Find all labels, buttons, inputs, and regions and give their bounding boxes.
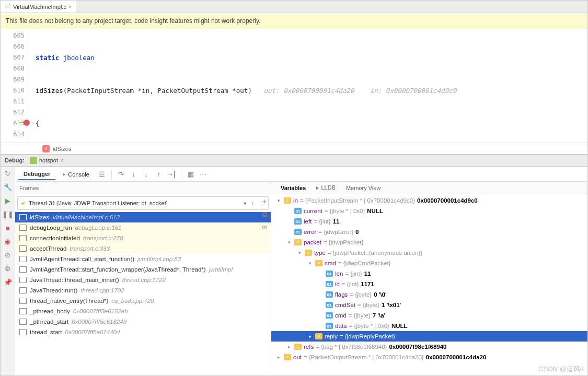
variable-row[interactable]: 01 error = {jdwpError} 0	[271, 227, 587, 237]
editor: 605606607608609610611612613614 → static …	[1, 29, 587, 143]
close-tab-icon[interactable]: ×	[68, 4, 72, 10]
link-button[interactable]: ∞	[260, 222, 269, 231]
breakpoints-button[interactable]: ◉	[4, 237, 12, 245]
expand-toggle[interactable]: ▾	[275, 198, 282, 203]
tab-variables[interactable]: Variables	[275, 185, 311, 191]
stack-frame[interactable]: connectionInitiated transport.c:270	[15, 233, 271, 243]
variable-row[interactable]: ▸≡ reply = {jdwpReplyPacket}	[271, 331, 587, 342]
expand-toggle[interactable]: ▾	[307, 261, 313, 266]
variable-row[interactable]: 01 id = {jint} 1171	[271, 279, 587, 289]
evaluate-button[interactable]: ▦	[186, 169, 196, 180]
options-button[interactable]: ⚙	[4, 264, 12, 273]
var-name: cmd	[325, 260, 336, 266]
frame-name: JavaThread::thread_main_inner()	[30, 277, 119, 283]
more-button[interactable]: ⋯	[198, 169, 209, 180]
var-value: 0x0000700001c4d9c0	[417, 197, 478, 204]
variable-row[interactable]: ▾≡ type = {jdwpPacket::(anonymous union)…	[271, 248, 587, 258]
frame-icon	[19, 287, 27, 293]
step-over-button[interactable]: ↷	[116, 169, 126, 180]
file-tab[interactable]: 📄 VirtualMachineImpl.c ×	[1, 1, 76, 13]
resume-button[interactable]: ▶	[4, 196, 12, 205]
thread-prev-button[interactable]: ↑	[250, 200, 256, 206]
rerun-button[interactable]: ↻	[4, 169, 12, 178]
frame-location: thread.cpp:1722	[122, 277, 166, 283]
variable-row[interactable]: ▾≡ in = {PacketInputStream * | 0x700001c…	[271, 195, 587, 206]
variable-row[interactable]: 01 cmdSet = {jbyte} 1 '\x01'	[271, 300, 587, 310]
run-to-cursor-button[interactable]: →ǀ	[166, 169, 177, 180]
frame-location: thread.cpp:1702	[80, 287, 124, 293]
mute-bp-button[interactable]: ⊘	[4, 251, 12, 259]
breadcrumb-fn[interactable]: idSizes	[53, 146, 71, 152]
close-config-icon[interactable]: ×	[60, 157, 63, 163]
var-type: = {jdwpError}	[318, 229, 353, 235]
variable-row[interactable]: 01 len = {jint} 11	[271, 268, 587, 279]
frame-name: idSizes	[30, 214, 49, 220]
thread-dropdown-icon[interactable]: ▾	[244, 200, 247, 207]
stack-frame[interactable]: _pthread_start 0x00007fff5e618249	[15, 316, 271, 327]
function-icon: f	[42, 145, 50, 152]
copy-button[interactable]: ⧉	[260, 210, 269, 218]
expand-toggle[interactable]: ▸	[307, 334, 313, 339]
debug-panel: ↻ 🔧 ▶ ❚❚ ■ ◉ ⊘ ⚙ 📌 Debugger ▸ Console ☰ …	[1, 167, 587, 375]
expand-toggle[interactable]: ▾	[286, 240, 292, 245]
tab-debugger[interactable]: Debugger	[18, 169, 55, 180]
stack-frame[interactable]: JvmtiAgentThread::start_function_wrapper…	[15, 264, 271, 275]
var-name: reply	[325, 333, 338, 339]
stack-frame[interactable]: JavaThread::run() thread.cpp:1702	[15, 285, 271, 296]
stop-button[interactable]: ■	[4, 224, 12, 232]
var-type-icon: 01	[294, 208, 302, 214]
pin-button[interactable]: 📌	[4, 278, 12, 286]
code-area[interactable]: static jboolean idSizes(PacketInputStrea…	[29, 29, 587, 143]
stack-frame[interactable]: JavaThread::thread_main_inner() thread.c…	[15, 275, 271, 285]
expand-toggle[interactable]: ▸	[275, 355, 282, 360]
var-type-icon: 01	[326, 323, 333, 329]
stack-frame[interactable]: thread_start 0x00007fff5e61440d	[15, 327, 271, 337]
gutter[interactable]: 605606607608609610611612613614 →	[1, 29, 29, 143]
expand-toggle[interactable]: ▾	[296, 250, 303, 255]
var-type: = {jbyte}	[349, 312, 371, 319]
var-type: = {jint}	[342, 281, 359, 287]
variable-row[interactable]: 01 current = {jbyte * | 0x0} NULL	[271, 206, 587, 216]
frames-list[interactable]: idSizes VirtualMachineImpl.c:613debugLoo…	[15, 212, 271, 375]
breakpoint-icon	[24, 120, 30, 126]
threads-button[interactable]: ☰	[97, 169, 107, 180]
var-value: NULL	[391, 323, 408, 329]
add-watch-button[interactable]: ＋	[260, 197, 269, 206]
var-type: = {jdwpPacket}	[324, 239, 363, 245]
variable-row[interactable]: ▸≡ refs = {bag * | 0x7f98e1f68940} 0x000…	[271, 342, 587, 352]
breakpoint-marker[interactable]: →	[19, 117, 30, 128]
frame-icon	[19, 319, 27, 325]
var-type-icon: 01	[326, 281, 333, 287]
variable-row[interactable]: ▸≡ out = {PacketOutputStream * | 0x70000…	[271, 352, 587, 362]
settings-button[interactable]: 🔧	[4, 183, 12, 191]
stack-frame[interactable]: idSizes VirtualMachineImpl.c:613	[15, 212, 271, 222]
stack-frame[interactable]: _pthread_body 0x00007fff5e6152eb	[15, 306, 271, 316]
debug-toolbar: Debugger ▸ Console ☰ ↷ ↓ ↓ ↑ →ǀ ▦ ⋯	[15, 167, 587, 182]
var-type-icon: 01	[294, 218, 302, 225]
stack-frame[interactable]: debugLoop_run debugLoop.c:161	[15, 222, 271, 233]
stack-frame[interactable]: JvmtiAgentThread::call_start_function() …	[15, 254, 271, 264]
frame-name: JavaThread::run()	[30, 287, 77, 293]
variable-row[interactable]: ▾≡ packet = {jdwpPacket}	[271, 237, 587, 248]
variable-row[interactable]: ▾≡ cmd = {jdwpCmdPacket}	[271, 258, 587, 268]
variables-list[interactable]: ▾≡ in = {PacketInputStream * | 0x700001c…	[271, 194, 587, 375]
thread-selector[interactable]: ✔ Thread-31-[Java: JDWP Transport Listen…	[17, 196, 269, 210]
tab-memory[interactable]: Memory View	[341, 185, 386, 191]
var-type-icon: 01	[326, 271, 333, 277]
step-out-button[interactable]: ↑	[154, 169, 164, 180]
step-into-button[interactable]: ↓	[129, 169, 139, 180]
run-config[interactable]: hotspot ×	[30, 156, 64, 165]
pause-button[interactable]: ❚❚	[4, 210, 12, 218]
var-type: = {jdwpPacket::(anonymous union)}	[328, 250, 422, 256]
expand-toggle[interactable]: ▸	[286, 344, 292, 349]
stack-frame[interactable]: acceptThread transport.c:333	[15, 243, 271, 254]
variable-row[interactable]: 01 left = {jint} 11	[271, 216, 587, 227]
frame-location: jvmtiImpl	[209, 266, 233, 273]
variable-row[interactable]: 01 data = {jbyte * | 0x0} NULL	[271, 321, 587, 331]
variable-row[interactable]: 01 flags = {jbyte} 0 '\0'	[271, 289, 587, 300]
force-step-into-button[interactable]: ↓	[141, 169, 152, 180]
variable-row[interactable]: 01 cmd = {jbyte} 7 '\a'	[271, 310, 587, 321]
tab-lldb[interactable]: ▸ LLDB	[311, 184, 341, 191]
stack-frame[interactable]: thread_native_entry(Thread*) os_bsd.cpp:…	[15, 296, 271, 306]
tab-console[interactable]: ▸ Console	[57, 169, 94, 180]
